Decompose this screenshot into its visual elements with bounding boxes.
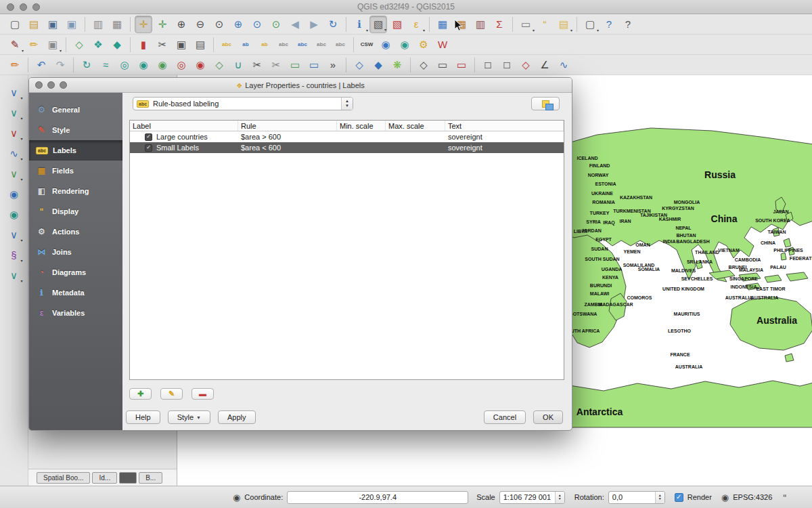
zoom-in-icon[interactable]: ⊕ (173, 16, 190, 33)
column-header-rule[interactable]: Rule (238, 121, 337, 131)
apply-button[interactable]: Apply (218, 410, 256, 424)
move-feature-icon[interactable]: ❖ (89, 36, 107, 54)
column-header-max-scale[interactable]: Max. scale (386, 121, 445, 131)
measure-icon[interactable]: ▭▾ (517, 16, 535, 33)
delete-selected-icon[interactable]: ▮ (135, 36, 152, 54)
spline-tool-icon[interactable]: §▾ (5, 246, 23, 263)
fill-ring-icon[interactable]: ◉ (154, 56, 171, 74)
dialog-tab-joins[interactable]: ⋈Joins (29, 242, 122, 262)
line-tool-icon[interactable]: ∨▾ (5, 165, 23, 182)
pan-map-icon[interactable]: ✛ (135, 16, 152, 33)
zoom-to-selection-icon[interactable]: ⊙ (248, 16, 266, 33)
wfs-icon[interactable]: W (434, 36, 451, 54)
rule-row[interactable]: ✓Small Labels$area < 600sovereignt (130, 142, 564, 153)
dialog-tab-rendering[interactable]: ◧Rendering (29, 181, 122, 201)
label-settings-icon[interactable]: ab (237, 36, 254, 54)
rectangle-tool-icon[interactable]: ▭ (434, 56, 451, 74)
diamond-tool-icon[interactable]: ◇ (415, 56, 432, 74)
ok-button[interactable]: OK (533, 410, 563, 424)
deselect-icon[interactable]: ▧ (388, 16, 406, 33)
select-expression-icon[interactable]: ε▾ (407, 16, 425, 33)
globe-plugin-icon[interactable]: ◉ (396, 36, 413, 54)
close-button[interactable] (7, 3, 14, 11)
globe-a-icon[interactable]: ◉ (5, 185, 23, 203)
metasearch-icon[interactable]: ◉ (377, 36, 394, 54)
annotation-frame-icon[interactable]: ▭ (453, 56, 470, 74)
current-edits-icon[interactable]: ✎▾ (6, 36, 24, 54)
sum-icon[interactable]: Σ (491, 16, 508, 33)
toggle-editing-icon[interactable]: ✏ (25, 36, 43, 54)
toolbar-overflow-icon[interactable]: » (324, 56, 342, 74)
dialog-tab-actions[interactable]: ⚙Actions (29, 221, 122, 242)
labeling-mode-select[interactable]: abc Rule-based labeling ▲▼ (133, 97, 353, 110)
offset-point-icon[interactable]: ◆ (369, 56, 387, 74)
composer-manager-icon[interactable]: ▦ (108, 16, 126, 33)
move-label-icon[interactable]: ab (256, 36, 273, 54)
save-edits-icon[interactable]: ▣▾ (44, 36, 62, 54)
dialog-tab-variables[interactable]: εVariables (29, 303, 122, 323)
cancel-button[interactable]: Cancel (484, 410, 526, 424)
delete-ring-icon[interactable]: ◎ (173, 56, 190, 74)
rule-row[interactable]: ✓Large countries$area > 600sovereignt (130, 131, 564, 142)
polyline-tool-icon[interactable]: ∨▾ (5, 226, 23, 243)
panel-tab-id[interactable]: Id... (92, 472, 117, 484)
dialog-minimize-button[interactable] (47, 81, 55, 89)
csw-icon[interactable]: CSW (358, 36, 376, 54)
highlight-labels-icon[interactable]: abc (218, 36, 235, 54)
delete-part-icon[interactable]: ◉ (191, 56, 209, 74)
add-ring-icon[interactable]: ◎ (116, 56, 133, 74)
render-checkbox[interactable]: ✓ (675, 493, 683, 502)
rotate-point-icon[interactable]: ◇ (351, 56, 368, 74)
dialog-tab-style[interactable]: ✎Style (29, 120, 122, 140)
split-parts-icon[interactable]: ✂ (267, 56, 285, 74)
dialog-close-button[interactable] (35, 81, 43, 89)
add-rule-button[interactable]: ✚ (129, 388, 152, 400)
new-map-view-icon[interactable]: ▢▾ (581, 16, 599, 33)
new-composer-icon[interactable]: ▥ (89, 16, 107, 33)
move-vertex-icon[interactable]: ∨▾ (5, 104, 23, 121)
osm-edit-icon[interactable]: ✏ (6, 56, 24, 74)
dialog-tab-labels[interactable]: abcLabels (29, 140, 122, 161)
align-left-icon[interactable]: □ (479, 56, 497, 74)
remove-rule-button[interactable]: ▬ (191, 388, 214, 400)
attribute-table-icon[interactable]: ▦ (434, 16, 451, 33)
panel-tab-icon[interactable] (119, 472, 137, 484)
reshape-icon[interactable]: ◇ (210, 56, 228, 74)
zoom-native-icon[interactable]: ⊙ (210, 16, 228, 33)
show-hidden-labels-icon[interactable]: abc (332, 36, 349, 54)
style-menu-button[interactable]: Style▼ (168, 410, 210, 424)
zoom-last-icon[interactable]: ◀ (286, 16, 304, 33)
trace-icon[interactable]: ∿ (555, 56, 572, 74)
scale-combo[interactable]: 1:106 729 001 ▲▼ (499, 491, 565, 504)
rotate-feature-icon[interactable]: ↻ (78, 56, 95, 74)
column-header-min-scale[interactable]: Min. scale (337, 121, 386, 131)
sparkle-tool-icon[interactable]: ❋ (388, 56, 406, 74)
select-features-icon[interactable]: ▧▾ (369, 16, 387, 33)
scale-stepper-icon[interactable]: ▲▼ (555, 492, 564, 503)
add-part-icon[interactable]: ◉ (135, 56, 152, 74)
redo-icon[interactable]: ↷ (51, 56, 69, 74)
identify-icon[interactable]: ℹ▾ (351, 16, 368, 33)
dialog-zoom-button[interactable] (60, 81, 67, 89)
new-project-icon[interactable]: ▢ (6, 16, 24, 33)
paste-features-icon[interactable]: ▤ (191, 36, 209, 54)
rotation-input[interactable]: 0,0 ▲▼ (608, 491, 665, 504)
merge-attributes-icon[interactable]: ▭ (305, 56, 323, 74)
crs-status-icon[interactable]: ◉ (721, 492, 729, 503)
cut-features-icon[interactable]: ✂ (154, 36, 171, 54)
advanced-digitizing-icon[interactable]: ∨▾ (5, 83, 23, 101)
rule-checkbox[interactable]: ✓ (145, 144, 152, 152)
panel-tab-spatial-boo[interactable]: Spatial Boo... (37, 472, 90, 484)
statistical-summary-icon[interactable]: ▥ (472, 16, 489, 33)
zoom-full-icon[interactable]: ⊕ (229, 16, 247, 33)
coordinate-input[interactable]: -220.9,97.4 (287, 491, 468, 504)
dialog-tab-fields[interactable]: ▦Fields (29, 161, 122, 181)
log-messages-icon[interactable]: “ (783, 492, 786, 503)
zoom-button[interactable] (32, 3, 40, 11)
save-project-as-icon[interactable]: ▣ (63, 16, 81, 33)
offset-curve-icon[interactable]: ∪ (229, 56, 247, 74)
dialog-tab-diagrams[interactable]: ◔Diagrams (29, 262, 122, 282)
column-header-text[interactable]: Text (445, 121, 564, 131)
dialog-titlebar[interactable]: ❖Layer Properties - countries | Labels (29, 78, 572, 93)
undo-icon[interactable]: ↶ (32, 56, 50, 74)
